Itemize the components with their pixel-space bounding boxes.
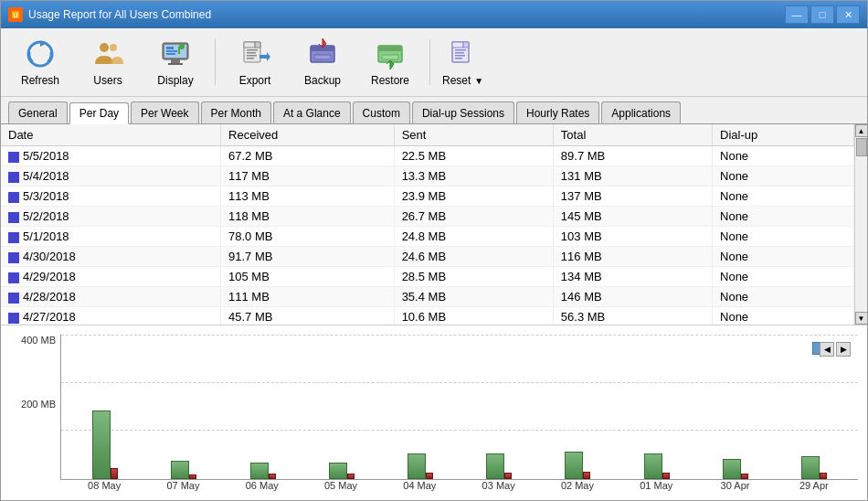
cell-date: 4/29/2018 [1, 267, 221, 287]
cell-received: 117 MB [221, 166, 395, 187]
tab-hourly-rates[interactable]: Hourly Rates [516, 101, 599, 123]
scroll-down-arrow[interactable]: ▼ [855, 312, 868, 325]
scroll-up-arrow[interactable]: ▲ [855, 124, 868, 137]
svg-rect-11 [166, 50, 177, 52]
chart-x-label: 06 May [223, 480, 302, 491]
users-button[interactable]: Users [76, 33, 140, 92]
bar-wrapper [486, 453, 512, 479]
cell-date: 4/30/2018 [1, 247, 221, 267]
svg-rect-16 [244, 42, 255, 48]
cell-date: 5/2/2018 [1, 207, 221, 227]
svg-rect-18 [247, 49, 258, 51]
tab-per-week[interactable]: Per Week [131, 101, 198, 123]
col-header-date: Date [1, 124, 221, 146]
svg-rect-35 [455, 52, 464, 54]
bar-wrapper [723, 459, 748, 479]
cell-dialup: None [713, 207, 854, 227]
table-scrollbar[interactable]: ▲ ▼ [854, 124, 867, 325]
svg-rect-28 [378, 46, 402, 51]
minimize-button[interactable]: — [785, 5, 809, 24]
tab-applications[interactable]: Applications [601, 101, 681, 123]
chart-bars [61, 335, 858, 479]
cell-sent: 26.7 MB [394, 207, 553, 227]
y-label-200: 200 MB [10, 399, 56, 410]
close-button[interactable]: ✕ [836, 5, 860, 24]
display-button[interactable]: Display [143, 33, 207, 92]
bar-received [408, 453, 426, 479]
table-row[interactable]: 5/5/2018 67.2 MB 22.5 MB 89.7 MB None [1, 146, 854, 166]
bar-wrapper [565, 452, 590, 479]
cell-dialup: None [713, 146, 854, 166]
cell-date: 4/27/2018 [1, 307, 221, 325]
table-row[interactable]: 5/1/2018 78.0 MB 24.8 MB 103 MB None [1, 227, 854, 247]
tab-general[interactable]: General [8, 101, 68, 123]
tab-custom[interactable]: Custom [353, 101, 410, 123]
separator-2 [429, 39, 430, 85]
svg-point-14 [179, 44, 185, 49]
bar-sent [269, 474, 276, 479]
table-row[interactable]: 4/27/2018 45.7 MB 10.6 MB 56.3 MB None [1, 307, 854, 325]
bar-sent [741, 474, 748, 479]
export-label: Export [239, 74, 271, 87]
table-row[interactable]: 5/3/2018 113 MB 23.9 MB 137 MB None [1, 187, 854, 207]
col-header-sent: Sent [394, 124, 553, 146]
bar-received [329, 463, 347, 479]
bar-received [486, 453, 504, 479]
scroll-thumb[interactable] [856, 138, 867, 156]
table-row[interactable]: 5/2/2018 118 MB 26.7 MB 145 MB None [1, 207, 854, 227]
bar-received [801, 456, 820, 479]
table-row[interactable]: 4/30/2018 91.7 MB 24.6 MB 116 MB None [1, 247, 854, 267]
chart-x-label: 04 May [380, 480, 459, 491]
chart-x-label: 02 May [538, 480, 617, 491]
refresh-button[interactable]: Refresh [8, 33, 72, 92]
bar-group [66, 410, 144, 479]
cell-dialup: None [713, 166, 854, 187]
chart-next-button[interactable]: ▶ [836, 342, 851, 357]
svg-rect-34 [455, 49, 466, 51]
cell-dialup: None [713, 307, 854, 325]
table-scroll[interactable]: Date Received Sent Total Dial-up 5/5/201… [1, 124, 854, 325]
restore-button[interactable]: Restore [358, 33, 422, 92]
table-row[interactable]: 4/28/2018 111 MB 35.4 MB 146 MB None [1, 287, 854, 307]
cell-received: 78.0 MB [221, 227, 395, 247]
chart-prev-button[interactable]: ◀ [820, 342, 834, 357]
title-buttons: — □ ✕ [785, 5, 860, 24]
chart-x-label: 01 May [617, 480, 695, 491]
title-bar: U Usage Report for All Users Combined — … [1, 1, 867, 28]
users-label: Users [93, 74, 122, 87]
bar-received [250, 463, 269, 479]
chart-nav[interactable]: ◀ ▶ [820, 342, 851, 357]
chart-x-label: 29 Apr [775, 480, 853, 491]
cell-dialup: None [713, 227, 854, 247]
maximize-button[interactable]: □ [810, 5, 834, 24]
cell-total: 145 MB [553, 207, 712, 227]
backup-label: Backup [304, 74, 341, 87]
table-row[interactable]: 5/4/2018 117 MB 13.3 MB 131 MB None [1, 166, 854, 187]
tab-dial-up-sessions[interactable]: Dial-up Sessions [412, 101, 514, 123]
display-icon [159, 37, 192, 70]
cell-received: 111 MB [221, 287, 395, 307]
table-row[interactable]: 4/29/2018 105 MB 28.5 MB 134 MB None [1, 267, 854, 287]
tab-per-month[interactable]: Per Month [201, 101, 271, 123]
bar-group [144, 461, 223, 479]
export-icon [238, 37, 271, 70]
chart-area: ◀ ▶ [60, 335, 858, 480]
export-button[interactable]: Export [223, 33, 287, 92]
refresh-icon [24, 37, 57, 70]
cell-total: 146 MB [553, 287, 712, 307]
tab-per-day[interactable]: Per Day [69, 102, 129, 124]
bar-sent [189, 474, 196, 479]
svg-rect-36 [455, 55, 465, 57]
table-header-row: Date Received Sent Total Dial-up [1, 124, 854, 146]
refresh-label: Refresh [21, 74, 59, 87]
reset-dropdown[interactable]: Reset ▼ [438, 33, 488, 92]
cell-received: 45.7 MB [221, 307, 395, 325]
backup-button[interactable]: Backup [291, 33, 355, 92]
tab-at-a-glance[interactable]: At a Glance [273, 101, 351, 123]
main-content: Date Received Sent Total Dial-up 5/5/201… [1, 124, 867, 500]
col-header-total: Total [553, 124, 712, 146]
bar-group [617, 453, 695, 479]
cell-received: 91.7 MB [221, 247, 395, 267]
bar-wrapper [801, 456, 827, 479]
tabs-bar: General Per Day Per Week Per Month At a … [1, 97, 867, 124]
